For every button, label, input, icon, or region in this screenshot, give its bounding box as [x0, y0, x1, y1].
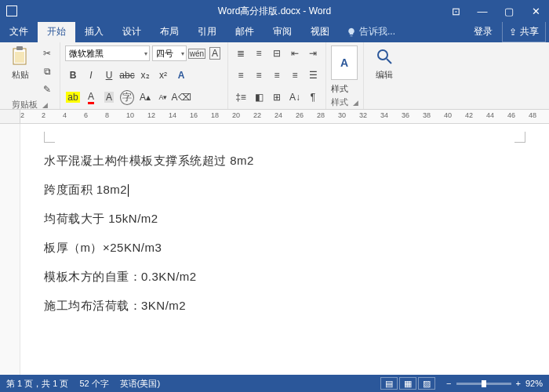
ruler-tick: 36	[402, 111, 409, 119]
paste-button[interactable]: 粘贴	[5, 45, 36, 81]
align-center-button[interactable]: ≡	[251, 67, 267, 83]
justify-button[interactable]: ≡	[287, 67, 303, 83]
zoom-thumb[interactable]	[482, 380, 486, 387]
ruler-tick: 24	[274, 111, 282, 119]
bullets-button[interactable]: ≣	[233, 45, 249, 61]
multilevel-icon: ⊟	[273, 48, 281, 59]
document-line[interactable]: 板厚（m）×25KN/m3	[44, 241, 525, 256]
font-name-combo[interactable]: 微软雅黑	[65, 45, 150, 61]
decrease-indent-button[interactable]: ⇤	[287, 45, 303, 61]
ruler[interactable]: 2246810121416182022242628303234363840424…	[0, 110, 549, 124]
read-mode-button[interactable]: ▤	[380, 377, 398, 390]
distributed-button[interactable]: ☰	[305, 67, 321, 83]
language-status[interactable]: 英语(美国)	[120, 378, 160, 390]
document-line[interactable]: 水平混凝土构件模板支撑系统超过 8m2	[44, 154, 525, 169]
tab-mailings[interactable]: 邮件	[226, 21, 264, 42]
horizontal-ruler[interactable]: 2246810121416182022242628303234363840424…	[20, 110, 549, 123]
page[interactable]: 水平混凝土构件模板支撑系统超过 8m2跨度面积 18m2均荷载大于 15kN/m…	[20, 124, 549, 375]
web-layout-button[interactable]: ▨	[418, 377, 435, 390]
format-painter-button[interactable]: ✎	[39, 82, 55, 97]
tab-layout[interactable]: 布局	[151, 21, 188, 42]
page-status[interactable]: 第 1 页，共 1 页	[6, 378, 68, 390]
clipboard-launcher[interactable]: ◢	[42, 101, 48, 109]
styles-launcher[interactable]: ◢	[353, 99, 358, 107]
clear-format-button[interactable]: A⌫	[173, 89, 189, 105]
font-color-button[interactable]: A	[83, 89, 99, 105]
enclose-char-button[interactable]: 字	[119, 89, 135, 105]
sort-icon: A↓	[289, 92, 300, 103]
align-right-icon: ≡	[274, 70, 279, 81]
numbering-button[interactable]: ≡	[251, 45, 267, 61]
font-color-icon: A	[88, 91, 94, 104]
svg-point-3	[378, 50, 387, 60]
tab-insert[interactable]: 插入	[75, 21, 113, 42]
ruler-tick: 20	[232, 111, 240, 119]
maximize-icon[interactable]: ▢	[496, 0, 522, 22]
tab-design[interactable]: 设计	[113, 21, 151, 42]
ruler-tick: 22	[253, 111, 261, 119]
ruler-tick: 10	[126, 111, 134, 119]
ruler-tick: 34	[380, 111, 388, 119]
copy-button[interactable]: ⧉	[39, 64, 55, 79]
line-spacing-button[interactable]: ‡≡	[233, 89, 249, 105]
show-marks-button[interactable]: ¶	[305, 89, 321, 105]
sort-button[interactable]: A↓	[287, 89, 303, 105]
document-line[interactable]: 跨度面积 18m2	[44, 183, 525, 198]
zoom-out-button[interactable]: −	[446, 379, 451, 388]
indent-icon: ⇥	[309, 48, 317, 59]
highlight-button[interactable]: ab	[65, 89, 81, 105]
bold-button[interactable]: B	[65, 67, 81, 83]
login-button[interactable]: 登录	[464, 21, 502, 42]
tab-home[interactable]: 开始	[38, 21, 75, 42]
print-layout-button[interactable]: ▦	[399, 377, 416, 390]
ribbon: 粘贴 ✂ ⧉ ✎ 剪贴板◢ 微软雅黑 四号 wén A B I U abc x₂	[0, 42, 549, 110]
multilevel-button[interactable]: ⊟	[269, 45, 285, 61]
editing-button[interactable]: 编辑	[369, 45, 400, 81]
align-right-button[interactable]: ≡	[269, 67, 285, 83]
char-border-button[interactable]: A	[207, 45, 223, 61]
tab-file[interactable]: 文件	[0, 21, 38, 42]
tab-view[interactable]: 视图	[301, 21, 339, 42]
char-shading-button[interactable]: A	[101, 89, 117, 105]
document-line[interactable]: 模板木方的自重：0.3KN/m2	[44, 270, 525, 285]
grow-font-button[interactable]: A▴	[137, 89, 153, 105]
tab-references[interactable]: 引用	[188, 21, 226, 42]
styles-gallery[interactable]: A	[331, 45, 358, 80]
document-line[interactable]: 均荷载大于 15kN/m2	[44, 212, 525, 227]
wen-icon: wén	[188, 49, 205, 59]
superscript-button[interactable]: x²	[155, 67, 171, 83]
underline-icon: U	[106, 70, 113, 81]
align-left-button[interactable]: ≡	[233, 67, 249, 83]
italic-button[interactable]: I	[83, 67, 99, 83]
zoom-slider[interactable]	[456, 383, 511, 385]
strike-button[interactable]: abc	[119, 67, 135, 83]
subscript-button[interactable]: x₂	[137, 67, 153, 83]
document-line[interactable]: 施工均布活荷载：3KN/m2	[44, 299, 525, 314]
ribbon-options-icon[interactable]: ⊡	[442, 0, 469, 22]
close-icon[interactable]: ✕	[522, 0, 549, 22]
text-effects-button[interactable]: A	[173, 67, 189, 83]
shrink-font-button[interactable]: A▾	[155, 89, 171, 105]
shading-button[interactable]: ◧	[251, 89, 267, 105]
tell-me-input[interactable]: 告诉我...	[339, 21, 403, 42]
bullets-icon: ≣	[237, 48, 245, 59]
margin-corner-right	[514, 132, 525, 143]
tab-review[interactable]: 审阅	[264, 21, 301, 42]
strike-icon: abc	[119, 70, 134, 81]
word-count[interactable]: 52 个字	[79, 378, 108, 390]
phonetic-guide-button[interactable]: wén	[189, 45, 205, 61]
borders-button[interactable]: ⊞	[269, 89, 285, 105]
document-area: 水平混凝土构件模板支撑系统超过 8m2跨度面积 18m2均荷载大于 15kN/m…	[0, 124, 549, 375]
copy-icon: ⧉	[44, 66, 51, 77]
underline-button[interactable]: U	[101, 67, 117, 83]
increase-indent-button[interactable]: ⇥	[305, 45, 321, 61]
vertical-ruler[interactable]	[0, 124, 20, 375]
font-size-combo[interactable]: 四号	[152, 45, 187, 61]
minimize-icon[interactable]: —	[469, 0, 496, 22]
zoom-value[interactable]: 92%	[525, 379, 543, 388]
zoom-in-button[interactable]: +	[516, 379, 521, 388]
cut-button[interactable]: ✂	[39, 45, 55, 61]
share-button[interactable]: ⇪ 共享	[502, 21, 546, 42]
ruler-tick: 2	[20, 111, 24, 119]
styles-group: A 样式 样式◢	[326, 42, 364, 109]
